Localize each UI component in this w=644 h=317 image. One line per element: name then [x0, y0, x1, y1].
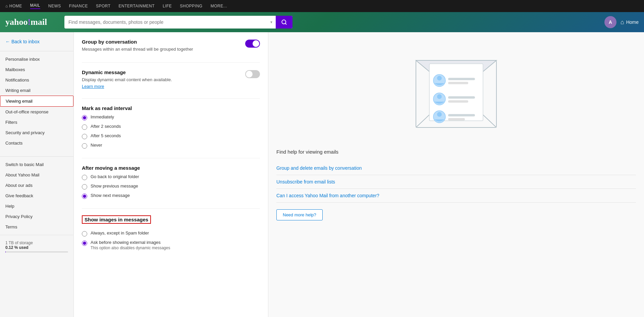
dynamic-message-learn-more[interactable]: Learn more: [82, 84, 104, 89]
search-button[interactable]: [276, 16, 292, 29]
avatar[interactable]: A: [604, 16, 616, 28]
sidebar-item-security-privacy[interactable]: Security and privacy: [0, 127, 73, 138]
sidebar-item-out-of-office[interactable]: Out-of-office response: [0, 107, 73, 117]
nav-more[interactable]: MORE...: [211, 4, 227, 8]
sidebar-item-mailboxes[interactable]: Mailboxes: [0, 64, 73, 75]
sidebar-item-notifications[interactable]: Notifications: [0, 75, 73, 85]
svg-rect-11: [448, 96, 475, 99]
divider-1: [82, 62, 260, 63]
sidebar-item-about-ads[interactable]: About our ads: [0, 180, 73, 191]
svg-point-6: [437, 76, 442, 81]
home-icon: ⌂: [5, 4, 8, 8]
svg-rect-7: [448, 78, 475, 80]
divider-3: [82, 158, 260, 158]
nav-news[interactable]: NEWS: [48, 4, 61, 8]
sidebar-divider-top: [0, 51, 73, 51]
sidebar-item-help[interactable]: Help: [0, 201, 73, 211]
mark-immediately-option[interactable]: Immediately: [82, 114, 260, 120]
svg-rect-8: [448, 82, 468, 84]
nav-finance[interactable]: FINANCE: [69, 4, 88, 8]
mark-never-option[interactable]: Never: [82, 143, 260, 149]
search-icon: [281, 19, 287, 25]
mark-as-read-title: Mark as read interval: [82, 105, 260, 111]
dynamic-message-section: Dynamic message Display dynamic email co…: [82, 69, 260, 89]
dynamic-message-text: Dynamic message Display dynamic email co…: [82, 69, 172, 89]
sidebar-item-viewing-email[interactable]: Viewing email: [0, 96, 73, 107]
nav-shopping[interactable]: SHOPPING: [180, 4, 202, 8]
help-link-access-other-computer[interactable]: Can I access Yahoo Mail from another com…: [276, 189, 636, 203]
divider-4: [82, 208, 260, 209]
dynamic-message-title: Dynamic message: [82, 69, 172, 75]
group-by-conversation-title: Group by conversation: [82, 39, 193, 45]
storage-info: 1 TB of storage 0.12 % used: [0, 235, 73, 258]
after-moving-prev-option[interactable]: Show previous message: [82, 183, 260, 190]
toggle-knob: [253, 40, 259, 47]
storage-bar: [5, 251, 68, 253]
nav-sport[interactable]: SPORT: [96, 4, 111, 8]
nav-entertainment[interactable]: ENTERTAINMENT: [119, 4, 155, 8]
mark-as-read-section: Mark as read interval Immediately After …: [82, 105, 260, 149]
help-link-group-delete[interactable]: Group and delete emails by conversation: [276, 161, 636, 175]
help-panel: Find help for viewing emails Group and d…: [268, 32, 644, 317]
group-by-conversation-text: Group by conversation Messages within an…: [82, 39, 193, 53]
after-moving-next-option[interactable]: Show next message: [82, 193, 260, 199]
content-area: Group by conversation Messages within an…: [74, 32, 644, 317]
help-illustration: [276, 40, 636, 141]
after-moving-back-option[interactable]: Go back to original folder: [82, 174, 260, 180]
show-images-radio-group: Always, except in Spam folder Ask before…: [82, 230, 260, 250]
mark-5s-option[interactable]: After 5 seconds: [82, 133, 260, 139]
dynamic-message-desc: Display dynamic email content when avail…: [82, 77, 172, 82]
show-images-section: Show images in messages Always, except i…: [82, 215, 260, 250]
group-by-conversation-row: Group by conversation Messages within an…: [82, 39, 260, 53]
sidebar-item-writing-email[interactable]: Writing email: [0, 85, 73, 96]
mark-as-read-radio-group: Immediately After 2 seconds After 5 seco…: [82, 114, 260, 149]
main-layout: ← Back to inbox Personalise inbox Mailbo…: [0, 32, 644, 317]
nav-home[interactable]: ⌂ HOME: [5, 4, 22, 8]
sidebar-item-terms[interactable]: Terms: [0, 222, 73, 232]
dynamic-message-toggle[interactable]: [245, 70, 260, 78]
sidebar-item-contacts[interactable]: Contacts: [0, 138, 73, 148]
sidebar-item-privacy-policy[interactable]: Privacy Policy: [0, 211, 73, 222]
dynamic-message-row: Dynamic message Display dynamic email co…: [82, 69, 260, 89]
help-link-unsubscribe[interactable]: Unsubscribe from email lists: [276, 175, 636, 189]
show-images-ask-option[interactable]: Ask before showing external images This …: [82, 240, 260, 250]
search-dropdown-arrow[interactable]: ▾: [267, 20, 276, 24]
svg-point-10: [437, 94, 442, 99]
after-moving-radio-group: Go back to original folder Show previous…: [82, 174, 260, 199]
show-images-title: Show images in messages: [82, 215, 151, 224]
search-bar: ▾: [64, 16, 292, 29]
svg-rect-16: [448, 118, 465, 120]
svg-rect-15: [448, 114, 475, 116]
yahoo-mail-logo: yahoo!mail: [5, 17, 59, 27]
help-section-title: Find help for viewing emails: [276, 149, 636, 155]
group-by-conversation-desc: Messages within an email thread will be …: [82, 47, 193, 52]
sidebar: ← Back to inbox Personalise inbox Mailbo…: [0, 32, 74, 317]
header: yahoo!mail ▾ A ⌂ Home: [0, 12, 644, 32]
show-images-always-option[interactable]: Always, except in Spam folder: [82, 230, 260, 236]
home-house-icon: ⌂: [621, 19, 624, 26]
sidebar-item-filters[interactable]: Filters: [0, 117, 73, 127]
search-input[interactable]: [64, 19, 267, 25]
mark-2s-option[interactable]: After 2 seconds: [82, 124, 260, 130]
svg-rect-12: [448, 100, 468, 103]
dynamic-toggle-knob: [246, 71, 253, 77]
top-navigation: ⌂ HOME MAIL NEWS FINANCE SPORT ENTERTAIN…: [0, 0, 644, 12]
group-by-conversation-toggle[interactable]: [245, 40, 260, 48]
nav-mail[interactable]: MAIL: [30, 3, 40, 9]
nav-life[interactable]: LIFE: [163, 4, 172, 8]
settings-panel: Group by conversation Messages within an…: [74, 32, 268, 317]
after-moving-section: After moving a message Go back to origin…: [82, 165, 260, 199]
sidebar-item-about-yahoo[interactable]: About Yahoo Mail: [0, 170, 73, 180]
sidebar-item-give-feedback[interactable]: Give feedback: [0, 191, 73, 201]
after-moving-title: After moving a message: [82, 165, 260, 171]
header-right: A ⌂ Home: [604, 16, 639, 28]
sidebar-item-personalise[interactable]: Personalise inbox: [0, 54, 73, 64]
sidebar-item-switch-basic[interactable]: Switch to basic Mail: [0, 159, 73, 170]
group-by-conversation-section: Group by conversation Messages within an…: [82, 39, 260, 53]
need-more-help-button[interactable]: Need more help?: [276, 209, 323, 220]
email-illustration: [402, 40, 510, 141]
svg-point-14: [437, 112, 442, 117]
back-to-inbox-link[interactable]: ← Back to inbox: [0, 36, 73, 48]
header-home-link[interactable]: ⌂ Home: [621, 19, 639, 26]
divider-2: [82, 98, 260, 99]
